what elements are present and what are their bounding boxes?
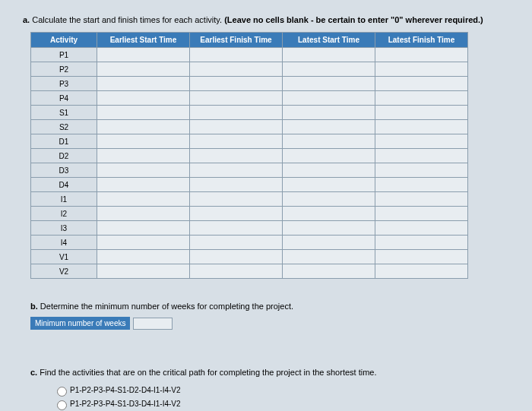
input-cell[interactable] [190, 120, 283, 134]
input-cell[interactable] [283, 134, 375, 149]
input-cell[interactable] [97, 192, 190, 207]
input-cell[interactable] [97, 149, 190, 163]
min-weeks-input[interactable] [133, 318, 173, 330]
radio-item[interactable]: P1-P2-P3-P4-S1-D2-D4-I1-I4-V2 [53, 384, 509, 397]
table-row: D3 [31, 163, 468, 178]
input-cell[interactable] [375, 236, 468, 250]
header-eft: Earliest Finish Time [190, 33, 283, 48]
input-cell[interactable] [190, 62, 283, 77]
input-cell[interactable] [97, 163, 190, 178]
activity-cell: P3 [31, 77, 97, 91]
header-lst: Latest Start Time [283, 33, 375, 48]
input-cell[interactable] [283, 48, 375, 62]
input-cell[interactable] [190, 192, 283, 207]
part-a-prefix: a. [23, 15, 30, 24]
input-cell[interactable] [283, 120, 375, 134]
header-activity: Activity [31, 33, 97, 48]
input-cell[interactable] [375, 178, 468, 192]
activity-cell: P1 [31, 48, 97, 62]
table-row: S2 [31, 120, 468, 134]
input-cell[interactable] [283, 106, 375, 120]
radio-item[interactable]: P1-P2-P3-P4-S1-D3-D4-I1-I4-V2 [53, 398, 509, 410]
activity-cell: D2 [31, 149, 97, 163]
table-row: V1 [31, 250, 468, 264]
input-cell[interactable] [97, 62, 190, 77]
input-cell[interactable] [283, 192, 375, 207]
input-cell[interactable] [375, 134, 468, 149]
input-cell[interactable] [190, 250, 283, 264]
table-row: I3 [31, 221, 468, 236]
table-row: D2 [31, 149, 468, 163]
input-cell[interactable] [190, 149, 283, 163]
activity-cell: V2 [31, 264, 97, 279]
input-cell[interactable] [375, 149, 468, 163]
input-cell[interactable] [375, 120, 468, 134]
part-b-prefix: b. [30, 302, 38, 311]
input-cell[interactable] [283, 221, 375, 236]
input-cell[interactable] [375, 62, 468, 77]
input-cell[interactable] [190, 48, 283, 62]
activity-cell: P2 [31, 62, 97, 77]
input-cell[interactable] [375, 207, 468, 221]
input-cell[interactable] [190, 221, 283, 236]
input-cell[interactable] [190, 236, 283, 250]
input-cell[interactable] [283, 236, 375, 250]
input-cell[interactable] [97, 91, 190, 106]
input-cell[interactable] [97, 264, 190, 279]
activity-cell: S1 [31, 106, 97, 120]
activity-cell: I2 [31, 207, 97, 221]
input-cell[interactable] [283, 264, 375, 279]
input-cell[interactable] [190, 91, 283, 106]
input-cell[interactable] [283, 250, 375, 264]
input-cell[interactable] [97, 250, 190, 264]
input-cell[interactable] [375, 250, 468, 264]
activity-cell: D4 [31, 178, 97, 192]
input-cell[interactable] [283, 149, 375, 163]
table-row: D1 [31, 134, 468, 149]
table-row: D4 [31, 178, 468, 192]
input-cell[interactable] [375, 77, 468, 91]
input-cell[interactable] [97, 77, 190, 91]
input-cell[interactable] [375, 48, 468, 62]
input-cell[interactable] [97, 207, 190, 221]
input-cell[interactable] [190, 178, 283, 192]
activity-cell: P4 [31, 91, 97, 106]
input-cell[interactable] [283, 62, 375, 77]
part-a-text: Calculate the start and finish times for… [32, 15, 222, 24]
input-cell[interactable] [97, 236, 190, 250]
input-cell[interactable] [283, 178, 375, 192]
header-lft: Latest Finish Time [375, 33, 468, 48]
input-cell[interactable] [190, 77, 283, 91]
radio-group: P1-P2-P3-P4-S1-D2-D4-I1-I4-V2 P1-P2-P3-P… [53, 384, 509, 411]
table-row: P1 [31, 48, 468, 62]
input-cell[interactable] [375, 264, 468, 279]
input-cell[interactable] [375, 91, 468, 106]
input-cell[interactable] [375, 106, 468, 120]
input-cell[interactable] [190, 134, 283, 149]
input-cell[interactable] [283, 163, 375, 178]
input-cell[interactable] [375, 192, 468, 207]
input-cell[interactable] [190, 207, 283, 221]
table-body: P1 P2 P3 P4 S1 S2 D1 D2 D3 D4 I1 I2 I3 I… [31, 48, 468, 279]
input-cell[interactable] [283, 207, 375, 221]
input-cell[interactable] [375, 163, 468, 178]
input-cell[interactable] [190, 106, 283, 120]
radio-label: P1-P2-P3-P4-S1-D2-D4-I1-I4-V2 [70, 386, 181, 394]
input-cell[interactable] [190, 163, 283, 178]
input-cell[interactable] [283, 77, 375, 91]
input-cell[interactable] [97, 48, 190, 62]
activity-cell: I4 [31, 236, 97, 250]
input-cell[interactable] [97, 221, 190, 236]
header-est: Earliest Start Time [97, 33, 190, 48]
input-cell[interactable] [283, 91, 375, 106]
input-cell[interactable] [97, 106, 190, 120]
input-cell[interactable] [97, 120, 190, 134]
radio-input[interactable] [57, 400, 67, 410]
input-cell[interactable] [97, 178, 190, 192]
activity-cell: S2 [31, 120, 97, 134]
input-cell[interactable] [190, 264, 283, 279]
input-cell[interactable] [97, 134, 190, 149]
radio-input[interactable] [57, 387, 67, 397]
input-cell[interactable] [375, 221, 468, 236]
activity-cell: V1 [31, 250, 97, 264]
